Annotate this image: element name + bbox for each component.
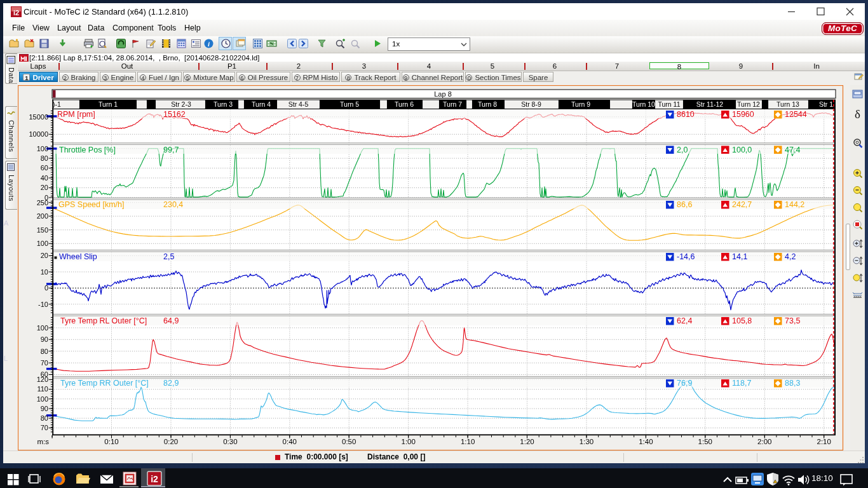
svg-text:1:50: 1:50 — [698, 438, 712, 445]
svg-text:1:20: 1:20 — [520, 438, 534, 445]
svg-text:105,8: 105,8 — [732, 316, 752, 325]
svg-text:Str 8-9: Str 8-9 — [521, 100, 541, 108]
svg-text:Turn 11: Turn 11 — [658, 100, 680, 108]
svg-text:Lap 8: Lap 8 — [434, 90, 452, 98]
svg-text:Turn 6: Turn 6 — [395, 100, 414, 108]
svg-text:10: 10 — [41, 268, 48, 276]
svg-text:2:10: 2:10 — [817, 438, 831, 445]
svg-text:Str 1: Str 1 — [819, 100, 833, 108]
svg-text:0:10: 0:10 — [104, 438, 118, 445]
svg-text:99,7: 99,7 — [163, 146, 179, 154]
svg-text:0: 0 — [44, 284, 48, 292]
svg-text:90: 90 — [41, 336, 48, 343]
svg-text:Str 11-12: Str 11-12 — [696, 100, 724, 108]
svg-text:100: 100 — [37, 145, 48, 152]
svg-text:144,2: 144,2 — [785, 200, 804, 209]
svg-text:Turn 9: Turn 9 — [571, 100, 590, 108]
svg-text:8610: 8610 — [677, 110, 695, 119]
svg-text:70: 70 — [41, 359, 48, 367]
svg-text:0:20: 0:20 — [164, 438, 178, 445]
svg-text:242,7: 242,7 — [732, 200, 752, 209]
svg-text:80: 80 — [41, 414, 48, 422]
svg-text:100,0: 100,0 — [732, 146, 752, 154]
svg-text:120: 120 — [37, 376, 48, 383]
svg-text:100: 100 — [37, 395, 48, 403]
svg-text:Turn 12: Turn 12 — [737, 100, 760, 108]
svg-text:Turn 7: Turn 7 — [443, 100, 462, 108]
svg-text:10000: 10000 — [29, 130, 48, 138]
svg-text:Turn 13: Turn 13 — [776, 100, 799, 108]
svg-text:Tyre Temp RL Outer [°C]: Tyre Temp RL Outer [°C] — [60, 316, 147, 325]
svg-text:GPS Speed [km/h]: GPS Speed [km/h] — [58, 200, 125, 209]
svg-text:15960: 15960 — [732, 110, 754, 119]
svg-text:80: 80 — [41, 154, 48, 162]
svg-text:230,4: 230,4 — [163, 200, 183, 209]
svg-text:20: 20 — [41, 252, 48, 259]
svg-text:Turn 4: Turn 4 — [252, 100, 271, 108]
svg-text:Tyre Temp RR Outer [°C]: Tyre Temp RR Outer [°C] — [60, 379, 149, 388]
svg-text:100: 100 — [37, 240, 48, 247]
svg-text:80: 80 — [41, 348, 48, 355]
svg-text:Wheel Slip: Wheel Slip — [59, 252, 97, 261]
svg-text:0:40: 0:40 — [283, 438, 297, 445]
svg-text:90: 90 — [41, 405, 48, 412]
svg-text:12544: 12544 — [785, 110, 807, 119]
svg-text:150: 150 — [37, 226, 48, 234]
svg-text:Turn 8: Turn 8 — [478, 100, 497, 108]
svg-text:20: 20 — [41, 184, 48, 191]
svg-text:118,7: 118,7 — [732, 379, 751, 388]
svg-text:Turn 1: Turn 1 — [98, 100, 118, 108]
svg-text:70: 70 — [41, 424, 48, 431]
svg-text:Turn 3: Turn 3 — [214, 100, 233, 108]
svg-text:i2: i2 — [151, 474, 158, 484]
svg-text:Str 2-3: Str 2-3 — [171, 100, 191, 108]
svg-text:1:40: 1:40 — [639, 438, 653, 445]
svg-text:88,3: 88,3 — [785, 379, 800, 388]
svg-text:64,9: 64,9 — [163, 316, 179, 325]
svg-text:1:10: 1:10 — [461, 438, 475, 445]
svg-text:14,1: 14,1 — [732, 252, 747, 261]
svg-text:m:s: m:s — [37, 438, 49, 445]
svg-text:)-1: )-1 — [53, 100, 61, 108]
svg-text:62,4: 62,4 — [677, 316, 692, 325]
svg-text:15162: 15162 — [163, 110, 186, 119]
svg-text:100: 100 — [37, 324, 48, 332]
svg-text:i2: i2 — [13, 9, 19, 17]
svg-text:!: ! — [775, 480, 775, 484]
svg-text:47,4: 47,4 — [785, 146, 800, 154]
svg-text:Str 4-5: Str 4-5 — [288, 100, 309, 108]
svg-text:2,5: 2,5 — [163, 252, 174, 261]
svg-text:73,5: 73,5 — [785, 316, 800, 325]
svg-text:2:00: 2:00 — [757, 438, 771, 445]
svg-text:60: 60 — [41, 164, 48, 172]
svg-text:1:00: 1:00 — [402, 438, 416, 445]
svg-text:1:30: 1:30 — [580, 438, 593, 445]
svg-text:86,6: 86,6 — [677, 200, 692, 209]
svg-text:Turn 5: Turn 5 — [340, 100, 359, 108]
svg-text:0:50: 0:50 — [342, 438, 356, 445]
svg-text:40: 40 — [41, 174, 48, 182]
svg-text:82,9: 82,9 — [163, 379, 179, 388]
svg-text:250: 250 — [37, 199, 48, 207]
svg-text:200: 200 — [37, 212, 48, 220]
svg-text:76,9: 76,9 — [677, 379, 692, 388]
svg-text:2,0: 2,0 — [677, 146, 688, 154]
svg-text:-10: -10 — [38, 301, 48, 308]
svg-text:-14,6: -14,6 — [677, 252, 695, 261]
svg-text:RPM [rpm]: RPM [rpm] — [57, 110, 95, 119]
svg-text:110: 110 — [37, 385, 48, 393]
svg-text:Turn 10: Turn 10 — [632, 100, 655, 108]
svg-text:Throttle Pos [%]: Throttle Pos [%] — [59, 146, 116, 154]
svg-text:4,2: 4,2 — [785, 252, 796, 261]
svg-text:0:30: 0:30 — [223, 438, 237, 445]
svg-text:15000: 15000 — [29, 113, 48, 121]
